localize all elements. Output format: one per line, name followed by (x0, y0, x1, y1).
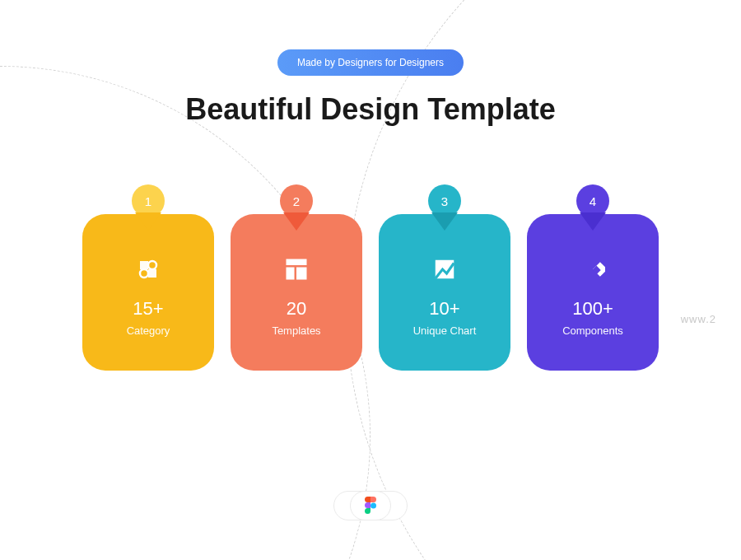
svg-rect-3 (287, 267, 295, 279)
pin-marker: 3 (428, 184, 461, 231)
card-value: 20 (287, 298, 306, 320)
card-label: Unique Chart (413, 324, 477, 337)
svg-point-0 (148, 261, 156, 269)
shapes-icon (136, 257, 161, 282)
card-label: Category (127, 324, 170, 337)
feature-card-chart: 3 10+ Unique Chart (379, 184, 510, 371)
pin-marker: 4 (576, 184, 609, 231)
svg-rect-2 (287, 259, 307, 265)
pin-marker: 1 (132, 184, 165, 231)
watermark-text: www.2 (681, 313, 716, 325)
page-title: Beautiful Design Template (185, 92, 555, 127)
card-body: 10+ Unique Chart (379, 214, 510, 371)
feature-card-templates: 2 20 Templates (231, 184, 362, 371)
tagline-badge: Made by Designers for Designers (277, 49, 464, 76)
feature-card-category: 1 15+ Category (82, 184, 214, 371)
pin-marker: 2 (280, 184, 313, 231)
card-value: 10+ (429, 298, 459, 320)
chart-icon (432, 257, 457, 282)
card-label: Components (562, 324, 623, 337)
card-label: Templates (272, 324, 320, 337)
card-body: 100+ Components (527, 214, 659, 371)
figma-icon (365, 497, 376, 515)
feature-card-components: 4 100+ Components (527, 184, 659, 371)
figma-logo-badge (365, 497, 376, 515)
svg-point-8 (370, 503, 376, 509)
svg-rect-4 (296, 267, 307, 279)
svg-point-1 (140, 269, 148, 278)
card-value: 100+ (572, 298, 613, 320)
layout-icon (284, 257, 309, 282)
card-body: 20 Templates (231, 214, 362, 371)
card-body: 15+ Category (82, 214, 214, 371)
component-icon (580, 257, 605, 282)
feature-cards-row: 1 15+ Category 2 20 Templa (82, 184, 659, 371)
card-value: 15+ (133, 298, 163, 320)
